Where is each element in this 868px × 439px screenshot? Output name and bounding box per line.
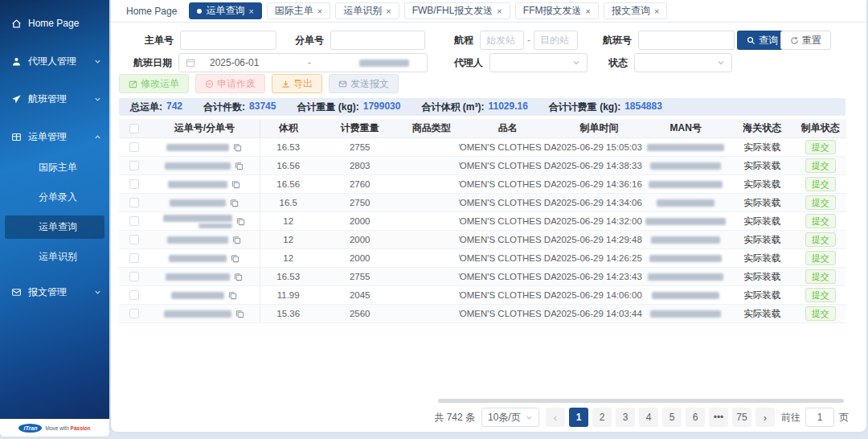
copy-icon[interactable] bbox=[234, 273, 243, 281]
page-button[interactable]: 3 bbox=[616, 408, 635, 427]
goto-page-input[interactable] bbox=[805, 408, 834, 427]
sidebar-item-waybill-management[interactable]: 运单管理 bbox=[0, 125, 109, 149]
tab-home-page[interactable]: Home Page bbox=[119, 2, 184, 19]
mawb-input[interactable] bbox=[180, 31, 276, 50]
cell-chargeable-weight: 2755 bbox=[316, 138, 403, 156]
tab-close-icon[interactable]: × bbox=[248, 6, 253, 16]
cell-created-time: 2025-06-29 14:38:33 bbox=[556, 157, 642, 174]
sidebar-subitem-waybill-recognition[interactable]: 运单识别 bbox=[0, 245, 109, 269]
agent-select[interactable] bbox=[489, 53, 588, 72]
cell-product-name: WOMEN'S CLOTHES DA... bbox=[459, 212, 556, 230]
cell-product-type bbox=[403, 138, 459, 156]
horizontal-scrollbar[interactable] bbox=[438, 399, 844, 403]
column-header: 商品类型 bbox=[403, 119, 459, 137]
export-icon bbox=[281, 80, 290, 88]
page-button[interactable]: 4 bbox=[639, 408, 658, 427]
page-button[interactable]: 5 bbox=[662, 408, 682, 427]
export-button[interactable]: 导出 bbox=[272, 74, 322, 93]
chevron-down-icon bbox=[94, 96, 101, 103]
row-checkbox[interactable] bbox=[129, 309, 139, 318]
cell-created-time: 2025-06-29 14:23:43 bbox=[556, 268, 642, 285]
brand-logo: iTran bbox=[18, 424, 42, 433]
copy-icon[interactable] bbox=[230, 199, 239, 207]
tab-waybill-query[interactable]: 运单查询× bbox=[189, 2, 261, 19]
copy-icon[interactable] bbox=[232, 236, 241, 244]
tab-close-icon[interactable]: × bbox=[386, 6, 391, 16]
page-button[interactable]: 2 bbox=[592, 408, 612, 427]
home-icon bbox=[11, 18, 22, 29]
table-row: 16.52750WOMEN'S CLOTHES DA...2025-06-29 … bbox=[119, 194, 846, 212]
cell-product-name: WOMEN'S CLOTHES DA... bbox=[459, 157, 556, 174]
status-badge: 提交 bbox=[805, 269, 836, 284]
request-void-button[interactable]: 申请作废 bbox=[195, 74, 265, 93]
cell-product-name: WOMEN'S CLOTHES DA... bbox=[459, 268, 556, 285]
tab-close-icon[interactable]: × bbox=[317, 6, 322, 16]
cell-customs-status: 实际装载 bbox=[730, 194, 795, 211]
page-button[interactable]: 6 bbox=[686, 408, 705, 427]
copy-icon[interactable] bbox=[236, 217, 245, 226]
man-number-redacted bbox=[652, 292, 719, 299]
row-checkbox[interactable] bbox=[129, 290, 139, 300]
copy-icon[interactable] bbox=[233, 143, 242, 152]
column-header: 海关状态 bbox=[730, 119, 795, 137]
sidebar-item-home[interactable]: Home Page bbox=[0, 11, 109, 35]
row-checkbox[interactable] bbox=[129, 272, 139, 281]
page-button[interactable]: 1 bbox=[569, 408, 588, 427]
sidebar-item-agent-management[interactable]: 代理人管理 bbox=[0, 49, 109, 73]
row-checkbox[interactable] bbox=[129, 216, 139, 226]
tab-message-query[interactable]: 报文查询× bbox=[604, 2, 667, 19]
sidebar-subitem-waybill-query[interactable]: 运单查询 bbox=[5, 215, 104, 239]
chevron-down-icon bbox=[526, 414, 533, 421]
send-message-button[interactable]: 发送报文 bbox=[329, 74, 399, 93]
row-checkbox[interactable] bbox=[129, 253, 139, 263]
tab-label: Home Page bbox=[126, 6, 177, 17]
page-size-select[interactable]: 10条/页 bbox=[481, 408, 539, 427]
cell-volume: 11.99 bbox=[260, 286, 316, 304]
cell-customs-status: 实际装载 bbox=[730, 249, 795, 267]
row-checkbox[interactable] bbox=[129, 198, 139, 207]
sidebar-subitem-hawb-entry[interactable]: 分单录入 bbox=[0, 186, 109, 209]
table-row: 16.532755WOMEN'S CLOTHES DA...2025-06-29… bbox=[119, 138, 846, 157]
man-number-redacted bbox=[647, 144, 724, 151]
cell-product-name: WOMEN'S CLOTHES DA... bbox=[459, 305, 556, 322]
row-checkbox[interactable] bbox=[129, 179, 139, 189]
waybill-number-redacted bbox=[199, 224, 232, 228]
status-select[interactable] bbox=[634, 53, 732, 72]
tab-waybill-recognition[interactable]: 运单识别× bbox=[335, 2, 399, 19]
hawb-input[interactable] bbox=[330, 31, 425, 50]
flight-no-input[interactable] bbox=[638, 31, 735, 50]
page-button[interactable]: 75 bbox=[732, 408, 751, 427]
tab-close-icon[interactable]: × bbox=[497, 6, 502, 16]
tab-close-icon[interactable]: × bbox=[585, 6, 590, 16]
copy-icon[interactable] bbox=[235, 162, 244, 170]
tab-fwb-fhl-send[interactable]: FWB/FHL报文发送× bbox=[404, 2, 510, 19]
tab-international-mawb[interactable]: 国际主单× bbox=[267, 2, 330, 19]
cell-created-time: 2025-06-29 14:03:44 bbox=[556, 305, 642, 322]
copy-icon[interactable] bbox=[231, 180, 240, 189]
copy-icon[interactable] bbox=[235, 310, 244, 318]
reset-button[interactable]: 重置 bbox=[780, 31, 831, 50]
copy-icon[interactable] bbox=[228, 291, 237, 300]
cell-chargeable-weight: 2000 bbox=[316, 249, 403, 267]
next-page-button[interactable]: › bbox=[755, 408, 775, 427]
prev-page-button[interactable]: ‹ bbox=[546, 408, 565, 427]
sidebar-item-message-management[interactable]: 报文管理 bbox=[0, 280, 109, 304]
column-header: 品名 bbox=[459, 119, 556, 137]
row-checkbox[interactable] bbox=[129, 142, 139, 152]
flight-date-range-input[interactable]: 2025-06-01 - bbox=[178, 53, 428, 72]
tab-close-icon[interactable]: × bbox=[654, 6, 659, 16]
row-checkbox[interactable] bbox=[129, 161, 139, 170]
route-origin-input[interactable] bbox=[480, 31, 524, 50]
tab-ffm-send[interactable]: FFM报文发送× bbox=[515, 2, 599, 19]
cell-customs-status: 实际装载 bbox=[730, 268, 795, 285]
cell-volume: 12 bbox=[260, 231, 316, 248]
sidebar-item-flight-management[interactable]: 航班管理 bbox=[0, 87, 109, 111]
copy-icon[interactable] bbox=[231, 254, 240, 263]
select-all-checkbox[interactable] bbox=[129, 124, 139, 133]
sidebar-subitem-international-mawb[interactable]: 国际主单 bbox=[0, 156, 109, 179]
modify-waybill-button[interactable]: 修改运单 bbox=[119, 74, 189, 93]
route-dest-input[interactable] bbox=[534, 31, 578, 50]
cell-created-time: 2025-06-29 14:32:00 bbox=[556, 212, 642, 230]
row-checkbox[interactable] bbox=[129, 235, 139, 244]
more-pages-button[interactable]: ••• bbox=[709, 408, 728, 427]
